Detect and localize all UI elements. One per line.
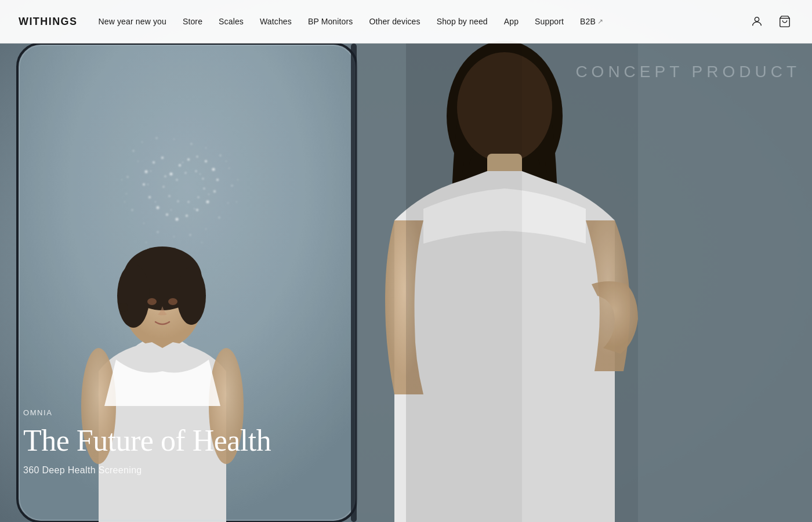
svg-point-19 [187, 158, 190, 161]
nav-item-shop-by-need[interactable]: Shop by need [437, 16, 488, 27]
svg-point-17 [170, 173, 173, 176]
svg-point-27 [186, 215, 188, 217]
nav-links: New year new you Store Scales Watches BP… [99, 16, 604, 27]
svg-point-40 [204, 188, 205, 190]
svg-point-26 [196, 209, 198, 211]
svg-point-44 [169, 195, 171, 197]
svg-point-45 [163, 186, 165, 188]
svg-point-75 [226, 161, 227, 162]
svg-point-35 [161, 157, 164, 159]
nav-link-new-year[interactable]: New year new you [99, 17, 166, 26]
nav-link-app[interactable]: App [504, 17, 519, 26]
svg-point-51 [191, 143, 193, 145]
navbar: WITHINGS New year new you Store Scales W… [0, 0, 812, 44]
svg-point-28 [176, 218, 179, 221]
nav-item-scales[interactable]: Scales [219, 16, 244, 27]
svg-point-50 [173, 139, 175, 140]
navbar-right [748, 13, 793, 30]
svg-point-55 [231, 185, 233, 187]
hero-product-name: OMNIA [23, 408, 271, 417]
svg-point-32 [143, 183, 145, 186]
cart-icon [778, 15, 791, 28]
svg-point-53 [220, 155, 222, 157]
svg-rect-87 [351, 44, 357, 522]
svg-point-25 [206, 201, 209, 204]
nav-item-store[interactable]: Store [183, 16, 202, 27]
svg-point-79 [121, 179, 122, 180]
svg-point-22 [212, 168, 215, 171]
nav-link-b2b[interactable]: B2B ↗ [580, 17, 603, 26]
svg-point-71 [171, 209, 172, 211]
hero-title: The Future of Health [23, 424, 271, 457]
nav-link-watches[interactable]: Watches [260, 17, 292, 26]
svg-point-38 [195, 171, 197, 172]
nav-link-other-devices[interactable]: Other devices [369, 17, 420, 26]
svg-point-36 [176, 179, 178, 181]
svg-point-34 [153, 161, 155, 164]
svg-point-54 [229, 168, 230, 169]
svg-point-12 [147, 298, 157, 305]
svg-point-63 [132, 209, 133, 211]
svg-point-81 [201, 242, 202, 243]
svg-point-74 [137, 161, 139, 162]
cart-button[interactable] [776, 13, 793, 30]
svg-point-18 [179, 164, 181, 166]
svg-point-24 [213, 190, 216, 193]
external-link-icon: ↗ [597, 17, 603, 26]
svg-point-52 [205, 147, 206, 148]
svg-point-29 [166, 213, 168, 216]
navbar-left: WITHINGS New year new you Store Scales W… [19, 16, 603, 28]
svg-point-72 [155, 201, 156, 202]
svg-point-69 [208, 194, 209, 195]
svg-point-14 [119, 303, 128, 312]
nav-item-b2b[interactable]: B2B ↗ [580, 17, 603, 26]
nav-item-bp-monitors[interactable]: BP Monitors [308, 16, 353, 27]
svg-point-61 [157, 231, 159, 233]
svg-point-66 [150, 171, 151, 172]
svg-point-20 [197, 156, 198, 158]
concept-label: CONCEPT PRODUCT [575, 63, 800, 81]
svg-point-30 [157, 206, 160, 209]
account-button[interactable] [748, 13, 766, 30]
svg-point-10 [117, 264, 150, 328]
nav-item-new-year[interactable]: New year new you [99, 16, 166, 27]
svg-point-23 [216, 179, 219, 181]
svg-point-70 [194, 208, 195, 209]
svg-point-80 [146, 242, 147, 243]
svg-point-76 [237, 179, 238, 180]
svg-point-39 [202, 178, 204, 180]
svg-point-73 [147, 184, 148, 185]
svg-rect-89 [406, 44, 522, 522]
nav-link-bp-monitors[interactable]: BP Monitors [308, 17, 353, 26]
svg-point-33 [145, 171, 148, 173]
svg-point-59 [190, 234, 191, 236]
nav-item-watches[interactable]: Watches [260, 16, 292, 27]
svg-point-47 [133, 150, 135, 152]
svg-point-11 [177, 267, 206, 325]
svg-point-77 [236, 201, 237, 202]
nav-item-other-devices[interactable]: Other devices [369, 16, 420, 27]
account-icon [751, 15, 763, 28]
hero-description: 360 Deep Health Screening [23, 465, 271, 476]
nav-link-shop-by-need[interactable]: Shop by need [437, 17, 488, 26]
svg-point-42 [188, 201, 190, 203]
svg-point-78 [124, 201, 125, 202]
svg-point-31 [148, 196, 151, 198]
svg-point-48 [142, 142, 143, 143]
svg-point-43 [177, 201, 179, 202]
brand-logo[interactable]: WITHINGS [19, 16, 78, 28]
nav-item-support[interactable]: Support [535, 16, 564, 27]
svg-point-13 [168, 298, 177, 305]
nav-link-scales[interactable]: Scales [219, 17, 244, 26]
nav-link-support[interactable]: Support [535, 17, 564, 26]
svg-point-37 [185, 172, 187, 174]
svg-point-58 [205, 229, 206, 230]
svg-point-49 [156, 137, 158, 139]
svg-point-90 [755, 17, 759, 21]
nav-item-app[interactable]: App [504, 16, 519, 27]
svg-point-68 [200, 173, 201, 175]
svg-point-46 [165, 176, 166, 177]
hero-text-block: OMNIA The Future of Health 360 Deep Heal… [23, 408, 271, 476]
svg-point-41 [198, 197, 200, 198]
nav-link-store[interactable]: Store [183, 17, 202, 26]
